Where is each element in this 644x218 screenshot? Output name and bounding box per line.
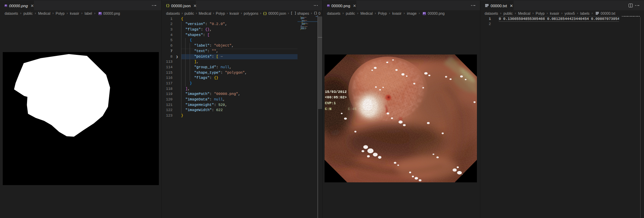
svg-text:C:N: C:N — [325, 107, 331, 111]
svg-text:CVP:1: CVP:1 — [325, 101, 336, 105]
svg-text:15/03/2012: 15/03/2012 — [325, 90, 347, 94]
svg-text:E:45: E:45 — [348, 107, 356, 111]
svg-text:<00:05:02>: <00:05:02> — [325, 95, 347, 99]
